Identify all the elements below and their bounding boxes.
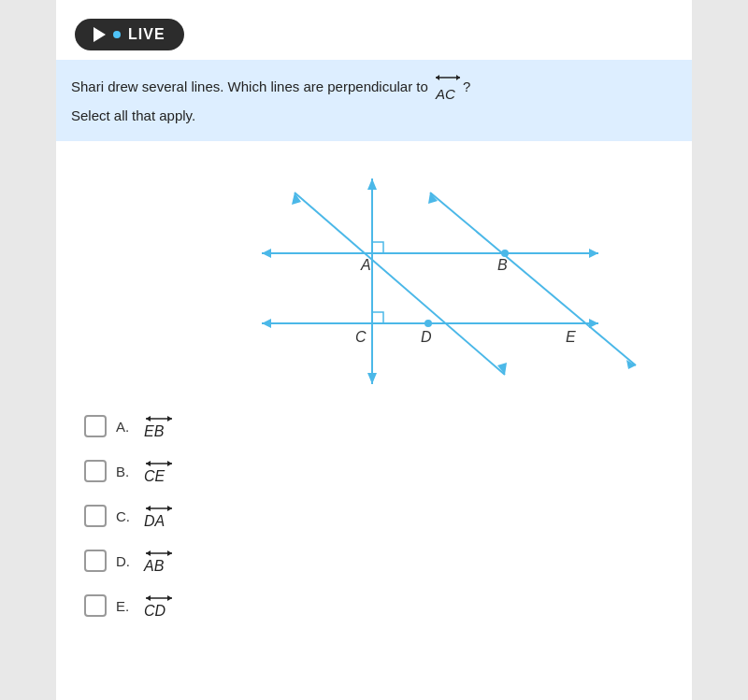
line-EB: EB — [144, 412, 164, 440]
label-C: C — [355, 329, 367, 345]
svg-marker-30 — [167, 506, 172, 511]
svg-marker-29 — [146, 506, 151, 511]
checkbox-E[interactable] — [84, 594, 107, 617]
svg-line-15 — [430, 193, 636, 365]
checkbox-B[interactable] — [84, 460, 107, 482]
label-B: B — [497, 257, 508, 273]
checkbox-A[interactable] — [84, 415, 107, 437]
line-AB: AB — [144, 547, 164, 575]
svg-rect-18 — [372, 242, 383, 253]
diagram-area: A B C D E — [56, 141, 692, 403]
line-ac-letters: AC — [436, 86, 455, 102]
line-DA: DA — [144, 502, 165, 530]
line-ac-ref: AC — [436, 71, 455, 106]
question-subtext: Select all that apply. — [71, 106, 677, 127]
svg-marker-33 — [167, 550, 172, 556]
svg-marker-4 — [262, 249, 271, 258]
svg-marker-11 — [367, 373, 377, 384]
question-area: Shari drew several lines. Which lines ar… — [56, 60, 692, 141]
answers-area: A. EB B. CE — [56, 403, 692, 655]
svg-rect-19 — [372, 312, 383, 323]
svg-marker-10 — [367, 179, 377, 190]
svg-marker-35 — [146, 595, 151, 601]
svg-marker-2 — [456, 75, 460, 80]
label-A: A — [360, 257, 371, 273]
svg-marker-5 — [589, 249, 598, 258]
svg-marker-36 — [167, 595, 172, 601]
label-D: D — [421, 329, 432, 345]
answer-item-B: B. CE — [84, 457, 673, 485]
diagram-svg: A B C D E — [56, 141, 692, 403]
question-main: Shari drew several lines. Which lines ar… — [71, 79, 428, 94]
main-container: LIVE Shari drew several lines. Which lin… — [56, 0, 692, 700]
answer-item-E: E. CD — [84, 592, 673, 620]
live-bar[interactable]: LIVE — [75, 19, 184, 50]
svg-marker-7 — [262, 319, 271, 328]
answer-item-C: C. DA — [84, 502, 673, 530]
line-CD: CD — [144, 592, 165, 620]
svg-marker-27 — [167, 461, 172, 466]
answer-letter-A: A. — [116, 419, 135, 435]
svg-marker-26 — [146, 461, 151, 466]
svg-marker-23 — [146, 416, 151, 421]
checkbox-D[interactable] — [84, 550, 107, 572]
line-CE: CE — [144, 457, 165, 485]
live-dot — [113, 31, 121, 38]
svg-point-20 — [501, 250, 509, 257]
svg-line-12 — [295, 193, 505, 375]
answer-letter-B: B. — [116, 464, 135, 479]
live-label: LIVE — [128, 26, 165, 43]
svg-point-21 — [424, 320, 432, 327]
svg-marker-32 — [146, 550, 151, 556]
svg-marker-24 — [167, 416, 172, 421]
question-end: ? — [463, 79, 470, 94]
answer-letter-D: D. — [116, 553, 135, 569]
label-E: E — [566, 329, 576, 345]
svg-marker-1 — [436, 75, 439, 80]
answer-letter-C: C. — [116, 508, 135, 524]
checkbox-C[interactable] — [84, 505, 107, 527]
question-text: Shari drew several lines. Which lines ar… — [71, 71, 677, 106]
answer-letter-E: E. — [116, 598, 135, 614]
answer-item-D: D. AB — [84, 547, 673, 575]
answer-item-A: A. EB — [84, 412, 673, 440]
play-icon — [94, 27, 106, 42]
